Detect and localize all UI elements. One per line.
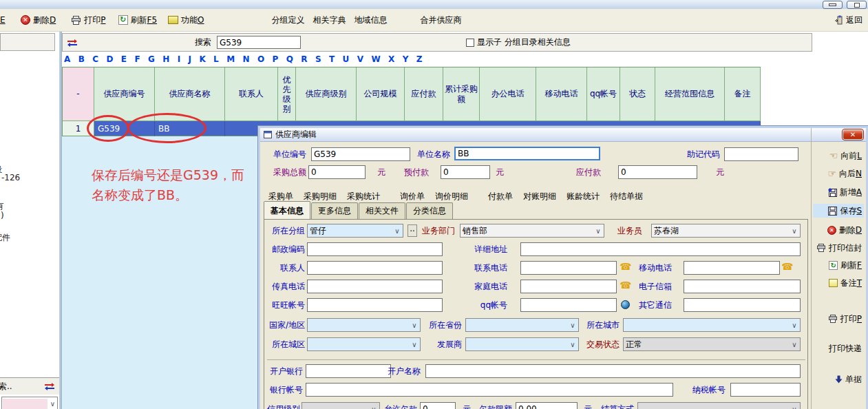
alphabet-letter[interactable]: H — [162, 54, 169, 65]
link-payment-order[interactable]: 付款单 — [488, 191, 513, 202]
save-button[interactable]: 保存S — [813, 204, 864, 218]
menu-region-info[interactable]: 地域信息 — [350, 14, 392, 26]
account-name-input[interactable] — [425, 364, 801, 378]
debt-limit-input[interactable] — [516, 402, 578, 409]
alphabet-letter[interactable]: N — [242, 54, 249, 65]
contact-input[interactable] — [307, 261, 443, 275]
alphabet-letter[interactable]: W — [371, 54, 380, 65]
alphabet-letter[interactable]: O — [257, 54, 264, 65]
other-im-input[interactable] — [684, 298, 801, 312]
clipped-edit-button[interactable]: E — [0, 15, 7, 25]
menu-related-dict[interactable]: 相关字典 — [309, 14, 350, 26]
developer-dropdown[interactable]: ∨ — [465, 337, 579, 351]
link-aging-stats[interactable]: 账龄统计 — [567, 191, 600, 202]
refresh-button[interactable]: ↻ 刷新F5 — [116, 12, 160, 28]
mobile-input[interactable] — [684, 261, 780, 275]
prev-button[interactable]: ☜ 向前L — [813, 149, 864, 162]
minimize-button[interactable] — [823, 1, 843, 9]
phone-icon[interactable]: ☎ — [781, 261, 794, 272]
tab-related-files[interactable]: 相关文件 — [359, 202, 405, 220]
purchase-total-input[interactable] — [308, 165, 366, 179]
district-dropdown[interactable]: ∨ — [307, 337, 421, 351]
sidebar-dropdown[interactable]: ∨ — [1, 397, 58, 409]
fax-input[interactable] — [307, 280, 443, 293]
alphabet-letter[interactable]: M — [226, 54, 235, 65]
refresh-record-button[interactable]: ↻ 刷新F — [813, 258, 864, 272]
address-input[interactable] — [520, 242, 801, 256]
print-record-button[interactable]: 打印P — [813, 312, 864, 326]
table-header-cell[interactable]: - — [63, 67, 94, 121]
print-envelope-button[interactable]: 打印信封 — [813, 241, 864, 255]
table-header-cell[interactable]: 联系人 — [225, 67, 278, 121]
tab-more-info[interactable]: 更多信息 — [311, 202, 358, 220]
alphabet-letter[interactable]: F — [134, 54, 140, 65]
province-dropdown[interactable]: ∨ — [465, 318, 579, 332]
table-header-cell[interactable]: 办公电话 — [480, 67, 536, 121]
swap-icon[interactable] — [67, 39, 78, 47]
show-sub-checkbox[interactable] — [466, 39, 474, 47]
dialog-titlebar[interactable]: 供应商编辑 ✕ — [260, 128, 866, 142]
alphabet-letter[interactable]: D — [106, 54, 113, 65]
unit-code-input[interactable] — [311, 147, 410, 161]
alphabet-letter[interactable]: X — [388, 54, 394, 65]
table-header-cell[interactable]: 公司规模 — [357, 67, 405, 121]
dept-dropdown[interactable]: 销售部∨ — [460, 224, 604, 238]
salesman-dropdown[interactable]: 苏春湖∨ — [651, 224, 801, 238]
menu-group-define[interactable]: 分组定义 — [268, 14, 309, 26]
alphabet-letter[interactable]: Z — [416, 54, 423, 65]
qq-icon[interactable] — [621, 300, 630, 309]
alphabet-letter[interactable]: E — [121, 54, 127, 65]
print-button[interactable]: 打印P — [68, 12, 108, 28]
table-header-cell[interactable]: 累计采购额 — [443, 67, 480, 121]
link-purchase-stats[interactable]: 采购统计 — [347, 191, 380, 202]
table-header-cell[interactable]: 供应商编号 — [94, 67, 155, 121]
menu-merge-supplier[interactable]: 合并供应商 — [416, 14, 466, 26]
table-header-cell[interactable]: 状态 — [620, 67, 655, 121]
delete-record-button[interactable]: ✕ 删除D — [813, 223, 864, 237]
phone-icon[interactable]: ☎ — [620, 261, 632, 272]
table-header-cell[interactable]: 优先级别 — [278, 67, 296, 121]
link-inquiry-order[interactable]: 询价单 — [400, 191, 425, 202]
tree-fragment[interactable]: -126 — [1, 173, 20, 182]
tax-account-input[interactable] — [730, 383, 801, 397]
link-reconcile-detail[interactable]: 对账明细 — [523, 191, 556, 202]
table-header-cell[interactable]: qq帐号 — [587, 67, 620, 121]
payable-input[interactable] — [618, 165, 697, 179]
alphabet-letter[interactable]: J — [189, 54, 191, 65]
alphabet-letter[interactable]: K — [199, 54, 205, 65]
alphabet-letter[interactable]: L — [213, 54, 219, 65]
home-phone-input[interactable] — [520, 280, 617, 293]
alphabet-letter[interactable]: Y — [403, 54, 409, 65]
search-input[interactable] — [217, 36, 301, 49]
docs-button[interactable]: 单据 — [813, 373, 864, 386]
alphabet-letter[interactable]: P — [273, 54, 279, 65]
contact-phone-input[interactable] — [520, 261, 617, 275]
table-header-cell[interactable]: 供应商级别 — [296, 67, 357, 121]
table-header-cell[interactable]: 应付款 — [405, 67, 443, 121]
bank-input[interactable] — [306, 364, 391, 378]
prepaid-input[interactable] — [441, 165, 490, 179]
country-dropdown[interactable]: ∨ — [307, 318, 421, 332]
settle-dropdown[interactable]: ∨ — [637, 402, 801, 409]
postcode-input[interactable] — [307, 242, 443, 256]
alphabet-letter[interactable]: Q — [286, 54, 293, 65]
tab-basic-info[interactable]: 基本信息 — [264, 201, 310, 220]
alphabet-letter[interactable]: T — [329, 54, 335, 65]
city-dropdown[interactable]: ∨ — [623, 318, 801, 332]
link-pending-docs[interactable]: 待结单据 — [610, 191, 643, 202]
next-button[interactable]: ☞ 向后N — [813, 167, 864, 180]
note-button[interactable]: 备注T — [813, 276, 864, 290]
tree-fragment[interactable]: 配件 — [0, 232, 10, 244]
maximize-button[interactable] — [847, 1, 867, 9]
trade-status-dropdown[interactable]: 正常∨ — [623, 337, 801, 351]
alphabet-letter[interactable]: S — [315, 54, 321, 65]
delete-button[interactable]: ✕ 删除D — [18, 12, 59, 28]
alphabet-letter[interactable]: A — [64, 54, 70, 65]
alphabet-letter[interactable]: C — [92, 54, 98, 65]
alphabet-letter[interactable]: V — [357, 54, 363, 65]
tree-fragment[interactable]: ) — [1, 211, 4, 220]
swap-icon[interactable] — [44, 382, 55, 390]
mnemonic-input[interactable] — [724, 147, 798, 161]
alphabet-letter[interactable]: I — [178, 54, 180, 65]
alphabet-letter[interactable]: U — [343, 54, 350, 65]
